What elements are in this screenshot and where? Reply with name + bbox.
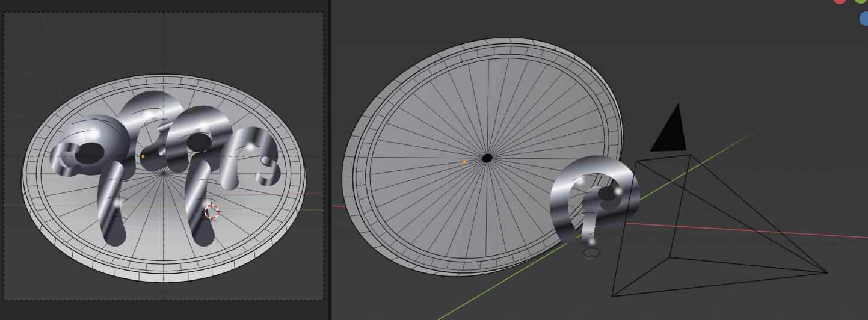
perspective-viewport[interactable] (332, 0, 868, 320)
camera-view-canvas[interactable] (0, 0, 328, 320)
shell-opening (598, 186, 617, 201)
shell-foot (583, 248, 599, 257)
loop-hole (186, 133, 212, 152)
editor-divider[interactable] (328, 0, 332, 320)
camera-view-viewport[interactable] (0, 0, 328, 320)
object-origin-dot (463, 160, 466, 163)
blender-3d-viewport-split (0, 0, 868, 320)
perspective-canvas[interactable] (332, 0, 868, 320)
